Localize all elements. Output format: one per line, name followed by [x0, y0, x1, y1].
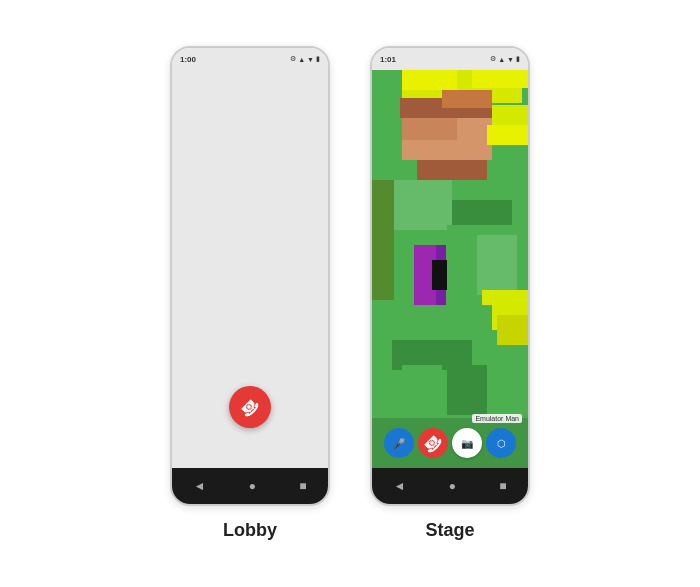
lobby-signal-icon: ▲: [298, 56, 305, 63]
stage-wifi-icon: ▼: [507, 56, 514, 63]
stage-back-button[interactable]: ◄: [394, 479, 406, 493]
svg-rect-2: [402, 70, 457, 90]
svg-rect-25: [402, 365, 442, 415]
stage-action-bar: 🎤 ☎ 📷 ⬡: [372, 428, 528, 458]
stage-home-button[interactable]: ●: [449, 479, 456, 493]
lobby-phone-icon: ☎: [236, 393, 264, 421]
stage-phone-icon: ☎: [419, 429, 447, 457]
svg-rect-15: [372, 180, 394, 300]
svg-rect-11: [417, 160, 487, 180]
minecraft-character-svg: [372, 70, 528, 468]
svg-rect-13: [392, 180, 452, 230]
main-container: 1:00 ⚙ ▲ ▼ ▮ ☎ ◄ ● ■: [150, 26, 550, 561]
lobby-home-button[interactable]: ●: [249, 479, 256, 493]
stage-time: 1:01: [380, 55, 396, 64]
stage-recents-button[interactable]: ■: [499, 479, 506, 493]
stage-phone: 1:01 ⚙ ▲ ▼ ▮: [370, 46, 530, 506]
lobby-battery-icon: ▮: [316, 55, 320, 63]
stage-mic-button[interactable]: 🎤: [384, 428, 414, 458]
stage-nav-bar: ◄ ● ■: [372, 468, 528, 504]
svg-rect-10: [487, 125, 528, 145]
stage-video-button[interactable]: 📷: [452, 428, 482, 458]
stage-battery-icon: ▮: [516, 55, 520, 63]
stage-gear-icon: ⚙: [490, 55, 496, 63]
lobby-gear-icon: ⚙: [290, 55, 296, 63]
svg-rect-20: [477, 235, 517, 295]
lobby-status-bar: 1:00 ⚙ ▲ ▼ ▮: [172, 48, 328, 70]
lobby-wifi-icon: ▼: [307, 56, 314, 63]
svg-rect-4: [472, 70, 528, 88]
lobby-wrapper: 1:00 ⚙ ▲ ▼ ▮ ☎ ◄ ● ■: [170, 46, 330, 541]
share-icon: ⬡: [497, 438, 506, 449]
svg-rect-26: [447, 365, 487, 415]
stage-signal-icon: ▲: [498, 56, 505, 63]
stage-share-button[interactable]: ⬡: [486, 428, 516, 458]
stage-status-icons: ⚙ ▲ ▼ ▮: [490, 55, 520, 63]
stage-label: Stage: [425, 520, 474, 541]
stage-status-bar: 1:01 ⚙ ▲ ▼ ▮: [372, 48, 528, 70]
lobby-content: ☎: [172, 70, 328, 468]
lobby-label: Lobby: [223, 520, 277, 541]
lobby-nav-bar: ◄ ● ■: [172, 468, 328, 504]
svg-rect-8: [442, 90, 492, 108]
lobby-back-button[interactable]: ◄: [194, 479, 206, 493]
stage-wrapper: 1:01 ⚙ ▲ ▼ ▮: [370, 46, 530, 541]
lobby-phone: 1:00 ⚙ ▲ ▼ ▮ ☎ ◄ ● ■: [170, 46, 330, 506]
lobby-recents-button[interactable]: ■: [299, 479, 306, 493]
lobby-end-call-button[interactable]: ☎: [229, 386, 271, 428]
lobby-time: 1:00: [180, 55, 196, 64]
emulator-label: Emulator Man: [472, 414, 522, 423]
svg-rect-22: [497, 315, 528, 345]
stage-content: Emulator Man 🎤 ☎ 📷 ⬡: [372, 70, 528, 468]
mic-icon: 🎤: [393, 438, 405, 449]
stage-end-call-button[interactable]: ☎: [418, 428, 448, 458]
video-icon: 📷: [461, 438, 473, 449]
lobby-status-icons: ⚙ ▲ ▼ ▮: [290, 55, 320, 63]
